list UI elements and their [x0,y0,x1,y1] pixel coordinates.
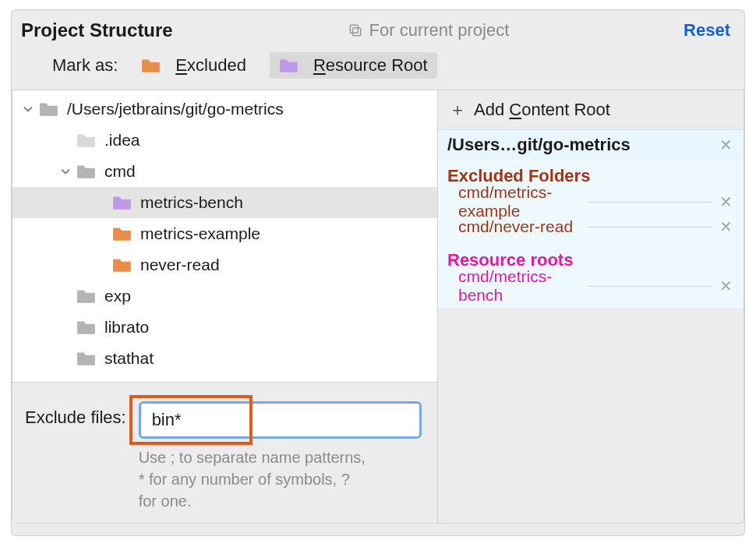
folder-icon [279,57,299,74]
remove-excluded-button[interactable]: ✕ [717,192,734,211]
content-roots-column: ＋ Add Content Root /Users…git/go-metrics… [438,90,744,524]
excluded-path-row[interactable]: cmd/metrics-example ✕ [447,189,734,214]
tree-item-root[interactable]: /Users/jetbrains/git/go-metrics [12,94,437,125]
svg-rect-1 [350,25,358,33]
directory-tree[interactable]: /Users/jetbrains/git/go-metrics .idea cm… [12,90,437,382]
mark-as-label: Mark as: [52,55,118,76]
tree-item-idea[interactable]: .idea [12,125,437,156]
chevron-down-icon[interactable] [59,165,72,178]
resource-path-row[interactable]: cmd/metrics-bench ✕ [447,274,734,298]
tree-item-stathat[interactable]: stathat [12,343,437,374]
folder-icon [39,101,59,118]
exclude-hint: Use ; to separate name patterns, * for a… [139,446,373,512]
folder-icon [112,225,132,242]
project-structure-dialog: Project Structure For current project Re… [11,9,745,536]
main-area: /Users/jetbrains/git/go-metrics .idea cm… [12,90,744,524]
remove-resource-button[interactable]: ✕ [717,277,734,295]
tree-item-metrics-bench[interactable]: metrics-bench [12,187,437,218]
tree-item-metrics-example[interactable]: metrics-example [12,218,437,249]
folder-icon [112,256,132,274]
dialog-header: Project Structure For current project Re… [12,10,744,48]
excluded-folders-section: Excluded Folders cmd/metrics-example ✕ c… [438,160,744,308]
folder-icon [76,350,97,367]
folder-icon [76,132,97,149]
plus-icon: ＋ [449,98,466,122]
tree-item-librato[interactable]: librato [12,312,437,343]
copy-icon [348,23,363,38]
mark-excluded-button[interactable]: Excluded [132,52,256,79]
folder-icon [141,57,161,74]
mark-resource-root-button[interactable]: Resource Root [270,52,437,79]
content-root-header[interactable]: /Users…git/go-metrics ✕ [438,129,744,160]
folder-icon [76,288,97,305]
exclude-files-panel: Exclude files: Use ; to separate name pa… [12,382,437,523]
folder-icon [76,319,97,336]
chevron-down-icon[interactable] [22,103,34,115]
exclude-files-input[interactable] [139,401,422,439]
exclude-files-label: Exclude files: [25,401,126,512]
remove-excluded-button[interactable]: ✕ [717,217,734,236]
mark-as-row: Mark as: Excluded Resource Root [12,48,744,90]
tree-column: /Users/jetbrains/git/go-metrics .idea cm… [12,90,438,524]
folder-icon [112,194,132,211]
tree-item-never-read[interactable]: never-read [12,249,437,281]
folder-icon [76,163,97,180]
reset-button[interactable]: Reset [684,20,730,41]
dialog-title: Project Structure [21,19,173,41]
tree-item-cmd[interactable]: cmd [12,156,437,187]
excluded-path-row[interactable]: cmd/never-read ✕ [447,214,734,239]
for-current-project-label: For current project [348,20,510,41]
add-content-root-button[interactable]: ＋ Add Content Root [438,90,744,129]
remove-root-button[interactable]: ✕ [717,136,734,154]
svg-rect-0 [352,28,360,36]
tree-item-exp[interactable]: exp [12,281,437,312]
